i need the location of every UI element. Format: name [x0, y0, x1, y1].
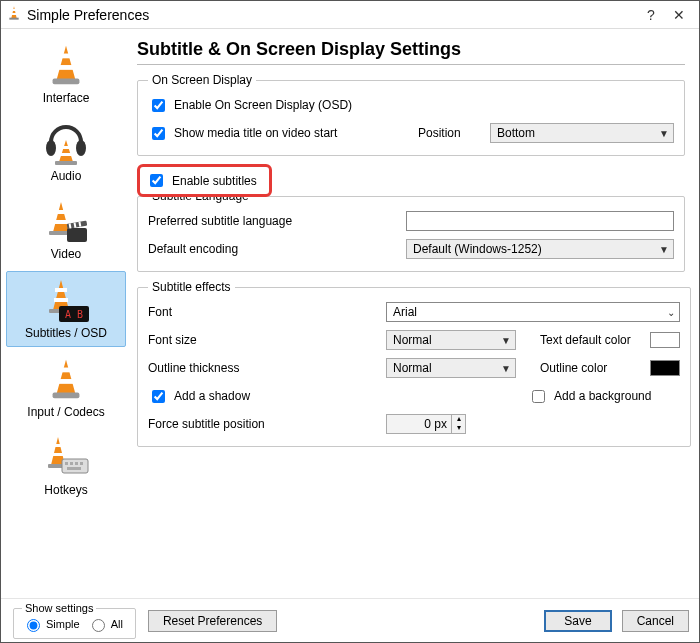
subtitle-cone-icon: A B: [7, 276, 125, 326]
svg-rect-15: [55, 210, 67, 214]
svg-rect-39: [70, 462, 73, 465]
cancel-button[interactable]: Cancel: [622, 610, 689, 632]
svg-rect-18: [67, 228, 87, 242]
enable-osd-checkbox[interactable]: [152, 99, 165, 112]
sidebar-item-hotkeys[interactable]: Hotkeys: [6, 429, 126, 503]
svg-rect-12: [60, 153, 72, 156]
headphones-cone-icon: [6, 119, 126, 169]
chevron-down-icon: ▼: [501, 335, 511, 346]
font-size-label: Font size: [148, 333, 376, 347]
cone-icon: [6, 41, 126, 91]
preferred-language-label: Preferred subtitle language: [148, 214, 396, 228]
footer-bar: Show settings Simple All Reset Preferenc…: [1, 598, 699, 642]
svg-marker-29: [56, 360, 75, 395]
font-size-select[interactable]: Normal▼: [386, 330, 516, 350]
sidebar-item-video[interactable]: Video: [6, 193, 126, 267]
svg-rect-35: [52, 453, 64, 456]
svg-marker-10: [59, 140, 73, 162]
sidebar-item-input-codecs[interactable]: Input / Codecs: [6, 351, 126, 425]
sidebar-item-interface[interactable]: Interface: [6, 37, 126, 111]
outline-color-label: Outline color: [540, 361, 640, 375]
add-shadow-label: Add a shadow: [174, 389, 250, 403]
svg-rect-11: [61, 146, 71, 149]
text-color-swatch[interactable]: [650, 332, 680, 348]
svg-rect-40: [75, 462, 78, 465]
enable-subtitles-highlight: Enable subtitles: [137, 164, 272, 197]
svg-rect-41: [80, 462, 83, 465]
svg-marker-14: [53, 202, 69, 232]
sidebar-item-label: Video: [6, 247, 126, 261]
window-title: Simple Preferences: [27, 7, 637, 23]
sidebar-item-label: Subtitles / OSD: [7, 326, 125, 340]
show-media-title-checkbox[interactable]: [152, 127, 165, 140]
chevron-down-icon: ▼: [659, 244, 669, 255]
show-settings-all[interactable]: All: [87, 616, 123, 632]
main-area: Interface Audio: [1, 29, 699, 598]
enable-osd-label: Enable On Screen Display (OSD): [174, 98, 352, 112]
close-button[interactable]: ✕: [665, 5, 693, 25]
svg-rect-2: [12, 13, 17, 15]
chevron-down-icon: ⌄: [667, 307, 675, 318]
outline-color-swatch[interactable]: [650, 360, 680, 376]
preferred-language-input[interactable]: [406, 211, 674, 231]
force-position-spinner[interactable]: 0 px ▴▾: [386, 414, 466, 434]
svg-rect-3: [9, 18, 18, 20]
svg-text:A B: A B: [65, 309, 83, 320]
svg-rect-1: [12, 9, 15, 11]
osd-group: On Screen Display Enable On Screen Displ…: [137, 73, 685, 156]
svg-rect-31: [58, 379, 73, 384]
svg-rect-38: [65, 462, 68, 465]
show-settings-simple[interactable]: Simple: [22, 616, 80, 632]
add-background-checkbox[interactable]: [532, 390, 545, 403]
sidebar-item-audio[interactable]: Audio: [6, 115, 126, 189]
osd-group-title: On Screen Display: [148, 73, 256, 87]
show-settings-title: Show settings: [22, 602, 96, 614]
svg-rect-32: [53, 392, 80, 398]
clapper-cone-icon: [6, 197, 126, 247]
svg-marker-4: [56, 46, 75, 81]
svg-rect-25: [54, 298, 68, 302]
chevron-down-icon: ▼: [501, 363, 511, 374]
title-bar: Simple Preferences ? ✕: [1, 1, 699, 29]
chevron-down-icon: ▼: [659, 128, 669, 139]
svg-point-9: [76, 140, 86, 156]
save-button[interactable]: Save: [544, 610, 611, 632]
enable-subtitles-label: Enable subtitles: [172, 174, 257, 188]
outline-thickness-select[interactable]: Normal▼: [386, 358, 516, 378]
show-settings-group: Show settings Simple All: [13, 602, 136, 639]
subtitle-language-group: Subtitle Language Preferred subtitle lan…: [137, 189, 685, 272]
svg-rect-24: [55, 288, 67, 292]
sidebar-item-label: Audio: [6, 169, 126, 183]
sidebar-item-label: Input / Codecs: [6, 405, 126, 419]
default-encoding-label: Default encoding: [148, 242, 396, 256]
svg-rect-6: [58, 65, 73, 70]
spinner-arrows[interactable]: ▴▾: [451, 415, 465, 433]
help-button[interactable]: ?: [637, 5, 665, 25]
reset-preferences-button[interactable]: Reset Preferences: [148, 610, 277, 632]
svg-rect-30: [60, 368, 72, 373]
position-select[interactable]: Bottom▼: [490, 123, 674, 143]
outline-thickness-label: Outline thickness: [148, 361, 376, 375]
position-label: Position: [418, 126, 470, 140]
vlc-logo-icon: [7, 5, 21, 24]
add-shadow-checkbox[interactable]: [152, 390, 165, 403]
subtitle-effects-group-title: Subtitle effects: [148, 280, 235, 294]
sidebar-item-label: Hotkeys: [6, 483, 126, 497]
add-background-label: Add a background: [554, 389, 651, 403]
default-encoding-select[interactable]: Default (Windows-1252)▼: [406, 239, 674, 259]
codecs-cone-icon: [6, 355, 126, 405]
page-title: Subtitle & On Screen Display Settings: [137, 39, 685, 65]
preferences-content: Subtitle & On Screen Display Settings On…: [131, 29, 699, 598]
svg-marker-23: [53, 280, 69, 310]
font-select[interactable]: Arial⌄: [386, 302, 680, 322]
force-position-label: Force subtitle position: [148, 417, 376, 431]
svg-rect-7: [53, 78, 80, 84]
sidebar-item-subtitles-osd[interactable]: A B Subtitles / OSD: [6, 271, 126, 347]
svg-rect-16: [54, 220, 68, 224]
text-color-label: Text default color: [540, 333, 640, 347]
svg-rect-5: [60, 54, 72, 59]
svg-rect-13: [55, 161, 77, 165]
show-media-title-label: Show media title on video start: [174, 126, 337, 140]
enable-subtitles-checkbox[interactable]: [150, 174, 163, 187]
svg-rect-34: [53, 444, 63, 447]
